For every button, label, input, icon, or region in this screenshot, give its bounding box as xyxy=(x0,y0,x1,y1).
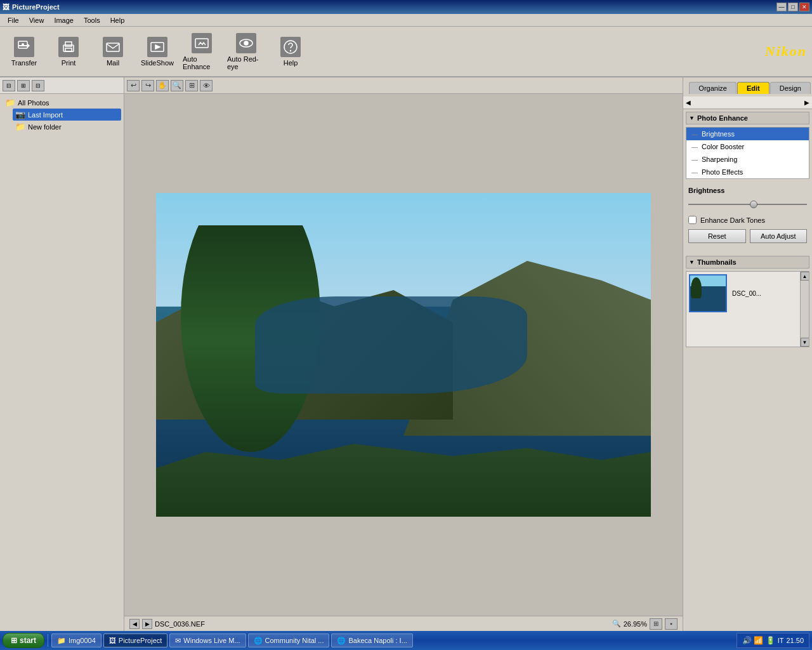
brightness-section: Brightness Enhance Dark Tones Reset Auto… xyxy=(686,184,809,251)
photo-status-bar: ◀ ▶ DSC_0036.NEF 🔍 26.95% ⊞ ▪ xyxy=(124,616,683,631)
svg-rect-3 xyxy=(65,42,72,46)
photo-container xyxy=(124,94,683,616)
tree-item-new-folder[interactable]: 📁 New folder xyxy=(13,121,121,133)
print-button[interactable]: Print xyxy=(49,29,88,74)
enhance-item-photo-effects[interactable]: — Photo Effects xyxy=(686,166,809,178)
reset-button[interactable]: Reset xyxy=(688,229,746,243)
start-button[interactable]: ⊞ start xyxy=(3,633,44,648)
auto-redeye-icon xyxy=(236,33,256,53)
menu-bar: File View Image Tools Help xyxy=(0,14,812,27)
menu-image[interactable]: Image xyxy=(49,15,79,25)
right-panel: Organize Edit Design ◀ ▶ ▼ Photo Enhance… xyxy=(683,77,812,631)
enhance-dark-tones-checkbox[interactable] xyxy=(688,216,697,224)
mail-button[interactable]: Mail xyxy=(94,29,132,74)
auto-adjust-button[interactable]: Auto Adjust xyxy=(750,229,808,243)
small-view-btn[interactable]: ⊟ xyxy=(32,80,44,91)
tab-bar: Organize Edit Design xyxy=(683,77,812,96)
folder-small-icon: 📁 xyxy=(15,122,25,131)
close-button[interactable]: ✕ xyxy=(799,3,809,11)
enhance-item-color-booster[interactable]: — Color Booster xyxy=(686,140,809,153)
enhance-dark-tones-row: Enhance Dark Tones xyxy=(688,216,807,224)
system-tray: 🔊 📶 🔋 IT 21.50 xyxy=(737,633,809,648)
thumbnail-image xyxy=(689,274,727,312)
taskbar-item-pictureproject[interactable]: 🖼 PictureProject xyxy=(103,633,167,647)
transfer-label: Transfer xyxy=(11,59,37,67)
slideshow-button[interactable]: SlideShow xyxy=(138,29,176,74)
toolbar: Transfer Print Mail SlideShow xyxy=(0,27,812,77)
taskbar-item-bakeca[interactable]: 🌐 Bakeca Napoli : I... xyxy=(331,633,412,647)
app-title: PictureProject xyxy=(12,3,60,11)
svg-rect-5 xyxy=(107,43,119,51)
photo-enhance-title: Photo Enhance xyxy=(697,114,748,122)
taskbar-item-wl-label: Windows Live M... xyxy=(183,637,240,644)
zoom-out-icon[interactable]: 🔍 xyxy=(612,620,621,628)
zoom-fit-icon[interactable]: ⊞ xyxy=(650,618,662,630)
expand-icon-btn[interactable]: ⊟ xyxy=(3,80,15,91)
tree-item-last-import[interactable]: 📷 Last Import xyxy=(13,109,121,121)
taskbar-item-pp-icon: 🖼 xyxy=(109,637,116,644)
scroll-down-button[interactable]: ▼ xyxy=(801,338,809,347)
enhance-collapse-icon: ▼ xyxy=(689,115,695,121)
thumbnails-header[interactable]: ▼ Thumbnails xyxy=(686,256,809,269)
fit-button[interactable]: ⊞ xyxy=(185,80,198,91)
prev-photo-button[interactable]: ◀ xyxy=(129,619,140,629)
enhance-item-sharpening[interactable]: — Sharpening xyxy=(686,153,809,166)
tab-organize[interactable]: Organize xyxy=(689,82,737,94)
undo-button[interactable]: ↩ xyxy=(127,80,140,91)
menu-help[interactable]: Help xyxy=(105,15,130,25)
tree-label-last-import: Last Import xyxy=(28,111,63,119)
taskbar-item-wl-icon: ✉ xyxy=(175,637,181,645)
taskbar-item-community[interactable]: 🌐 Community Nital ... xyxy=(248,633,330,647)
menu-view[interactable]: View xyxy=(24,15,49,25)
expand-arrow-icon[interactable]: ▶ xyxy=(804,99,809,106)
thumbnail-label: DSC_00... xyxy=(732,290,761,297)
zoom-tool-button[interactable]: 🔍 xyxy=(171,80,183,91)
tree-item-all-photos[interactable]: 📁 All Photos xyxy=(3,96,121,109)
redo-button[interactable]: ↪ xyxy=(141,80,154,91)
brightness-buttons: Reset Auto Adjust xyxy=(688,229,807,243)
auto-redeye-button[interactable]: Auto Red-eye xyxy=(227,29,265,74)
collapse-arrow-icon[interactable]: ◀ xyxy=(686,99,691,106)
auto-enhance-label: Auto Enhance xyxy=(183,55,221,70)
tree-label-all-photos: All Photos xyxy=(18,99,49,107)
brightness-slider-container xyxy=(688,198,807,211)
taskbar: ⊞ start 📁 Img0004 🖼 PictureProject ✉ Win… xyxy=(0,631,812,650)
scroll-up-button[interactable]: ▲ xyxy=(801,272,809,281)
enhance-item-brightness[interactable]: — Brightness xyxy=(686,128,809,140)
zoom-level: 26.95% xyxy=(624,620,647,628)
transfer-button[interactable]: Transfer xyxy=(5,29,43,74)
slideshow-icon xyxy=(147,37,167,57)
brightness-slider-thumb[interactable] xyxy=(750,201,757,208)
taskbar-item-cm-icon: 🌐 xyxy=(254,637,263,645)
help-button[interactable]: Help xyxy=(272,29,310,74)
photo-enhance-header[interactable]: ▼ Photo Enhance xyxy=(686,112,809,124)
auto-enhance-button[interactable]: Auto Enhance xyxy=(183,29,221,74)
enhance-dark-tones-label: Enhance Dark Tones xyxy=(700,216,765,224)
menu-tools[interactable]: Tools xyxy=(79,15,105,25)
taskbar-item-bk-icon: 🌐 xyxy=(337,637,346,645)
tab-edit[interactable]: Edit xyxy=(737,82,769,94)
print-label: Print xyxy=(62,59,76,67)
zoom-fill-icon[interactable]: ▪ xyxy=(665,618,678,630)
tab-design[interactable]: Design xyxy=(770,82,811,94)
eye-button[interactable]: 👁 xyxy=(200,80,213,91)
minimize-button[interactable]: — xyxy=(776,3,787,11)
enhance-label-color-booster: Color Booster xyxy=(702,143,744,150)
brightness-title: Brightness xyxy=(688,187,807,194)
folder-icon: 📁 xyxy=(5,98,15,107)
medium-view-btn[interactable]: ⊞ xyxy=(17,80,30,91)
photo-enhance-section: ▼ Photo Enhance — Brightness — Color Boo… xyxy=(683,109,812,253)
tray-time: 21.50 xyxy=(786,637,804,644)
taskbar-item-img0004[interactable]: 📁 Img0004 xyxy=(51,633,102,647)
next-photo-button[interactable]: ▶ xyxy=(142,619,152,629)
thumbnails-list: DSC_00... ▲ ▼ xyxy=(686,271,809,347)
menu-file[interactable]: File xyxy=(3,15,24,25)
thumbnails-section: ▼ Thumbnails DSC_00... ▲ ▼ xyxy=(683,253,812,350)
thumbnail-item[interactable]: DSC_00... xyxy=(686,272,809,315)
start-label: start xyxy=(20,636,36,645)
taskbar-item-winlive[interactable]: ✉ Windows Live M... xyxy=(169,633,246,647)
hand-tool-button[interactable]: ✋ xyxy=(156,80,169,91)
folder-tree: 📁 All Photos 📷 Last Import 📁 New folder xyxy=(0,94,124,631)
maximize-button[interactable]: □ xyxy=(788,3,798,11)
camera-icon: 📷 xyxy=(15,110,25,119)
